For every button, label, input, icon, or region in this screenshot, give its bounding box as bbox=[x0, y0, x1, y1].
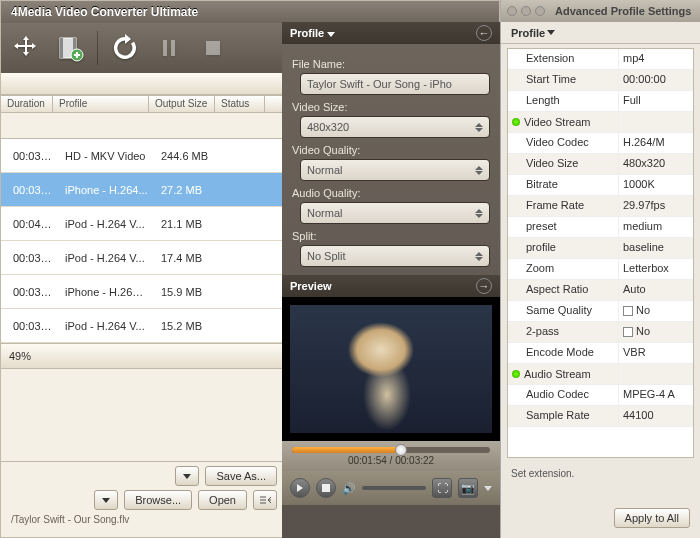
open-button[interactable]: Open bbox=[198, 490, 247, 510]
col-output-size[interactable]: Output Size bbox=[149, 96, 215, 112]
adv-property-row[interactable]: 2-passNo bbox=[508, 322, 693, 343]
play-button[interactable] bbox=[290, 478, 310, 498]
titlebar: 4Media Video Converter Ultimate bbox=[1, 1, 499, 23]
filename-input[interactable]: Taylor Swift - Our Song - iPho bbox=[300, 73, 490, 95]
adv-titlebar: Advanced Profile Settings bbox=[501, 0, 700, 22]
apply-to-all-button[interactable]: Apply to All bbox=[614, 508, 690, 528]
videosize-label: Video Size: bbox=[292, 101, 490, 113]
snapshot-button[interactable]: 📷 bbox=[458, 478, 478, 498]
adv-property-row[interactable]: Frame Rate29.97fps bbox=[508, 196, 693, 217]
adv-property-row[interactable]: Extensionmp4 bbox=[508, 49, 693, 70]
time-display: 00:01:54 / 00:03:22 bbox=[292, 455, 490, 466]
snapshot-menu-icon[interactable] bbox=[484, 486, 492, 491]
adv-property-row[interactable]: LengthFull bbox=[508, 91, 693, 112]
adv-property-row[interactable]: Encode ModeVBR bbox=[508, 343, 693, 364]
svg-rect-6 bbox=[206, 41, 220, 55]
col-duration[interactable]: Duration bbox=[1, 96, 53, 112]
col-profile[interactable]: Profile bbox=[53, 96, 149, 112]
export-button[interactable] bbox=[253, 490, 277, 510]
videoquality-select[interactable]: Normal bbox=[300, 159, 490, 181]
preview-video[interactable] bbox=[282, 297, 500, 441]
audioquality-label: Audio Quality: bbox=[292, 187, 490, 199]
window-min-icon[interactable] bbox=[521, 6, 531, 16]
adv-property-row[interactable]: presetmedium bbox=[508, 217, 693, 238]
convert-button[interactable] bbox=[108, 31, 142, 65]
stop-preview-button[interactable] bbox=[316, 478, 336, 498]
window-zoom-icon[interactable] bbox=[535, 6, 545, 16]
adv-title: Advanced Profile Settings bbox=[555, 5, 691, 17]
adv-property-list: Extensionmp4Start Time00:00:00LengthFull… bbox=[507, 48, 694, 458]
profile-header[interactable]: Profile bbox=[290, 27, 335, 39]
adv-property-row[interactable]: Start Time00:00:00 bbox=[508, 70, 693, 91]
save-as-button[interactable]: Save As... bbox=[205, 466, 277, 486]
adv-property-row[interactable]: Aspect RatioAuto bbox=[508, 280, 693, 301]
svg-rect-1 bbox=[60, 38, 63, 58]
volume-icon[interactable]: 🔊 bbox=[342, 482, 356, 495]
adv-property-row[interactable]: profilebaseline bbox=[508, 238, 693, 259]
videosize-select[interactable]: 480x320 bbox=[300, 116, 490, 138]
seek-bar[interactable] bbox=[292, 447, 490, 453]
forward-icon[interactable]: → bbox=[476, 278, 492, 294]
fullscreen-button[interactable]: ⛶ bbox=[432, 478, 452, 498]
profile-dropdown-button[interactable] bbox=[175, 466, 199, 486]
split-label: Split: bbox=[292, 230, 490, 242]
back-icon[interactable]: ← bbox=[476, 25, 492, 41]
stop-button[interactable] bbox=[196, 31, 230, 65]
svg-rect-5 bbox=[171, 40, 175, 56]
filename-label: File Name: bbox=[292, 58, 490, 70]
svg-rect-4 bbox=[163, 40, 167, 56]
preview-header: Preview bbox=[290, 280, 332, 292]
add-file-button[interactable] bbox=[9, 31, 43, 65]
adv-property-row[interactable]: ZoomLetterbox bbox=[508, 259, 693, 280]
split-select[interactable]: No Split bbox=[300, 245, 490, 267]
zoom-value: 49% bbox=[9, 350, 31, 362]
audioquality-select[interactable]: Normal bbox=[300, 202, 490, 224]
path-dropdown-button[interactable] bbox=[94, 490, 118, 510]
pause-button[interactable] bbox=[152, 31, 186, 65]
adv-footer-hint: Set extension. bbox=[501, 462, 700, 485]
adv-property-row[interactable]: Video Size480x320 bbox=[508, 154, 693, 175]
videoquality-label: Video Quality: bbox=[292, 144, 490, 156]
svg-rect-12 bbox=[322, 484, 330, 492]
adv-property-row[interactable]: Audio CodecMPEG-4 A bbox=[508, 385, 693, 406]
window-close-icon[interactable] bbox=[507, 6, 517, 16]
add-clip-button[interactable] bbox=[53, 31, 87, 65]
adv-property-row[interactable]: Video CodecH.264/M bbox=[508, 133, 693, 154]
browse-button[interactable]: Browse... bbox=[124, 490, 192, 510]
adv-property-row[interactable]: Sample Rate44100 bbox=[508, 406, 693, 427]
adv-profile-dropdown[interactable]: Profile bbox=[501, 22, 700, 44]
adv-property-row[interactable]: Bitrate1000K bbox=[508, 175, 693, 196]
adv-section-header: Video Stream bbox=[508, 112, 693, 133]
col-status[interactable]: Status bbox=[215, 96, 265, 112]
volume-slider[interactable] bbox=[362, 486, 426, 490]
app-title: 4Media Video Converter Ultimate bbox=[11, 5, 198, 19]
file-path: /Taylor Swift - Our Song.flv bbox=[7, 514, 277, 525]
adv-section-header: Audio Stream bbox=[508, 364, 693, 385]
adv-property-row[interactable]: Same QualityNo bbox=[508, 301, 693, 322]
